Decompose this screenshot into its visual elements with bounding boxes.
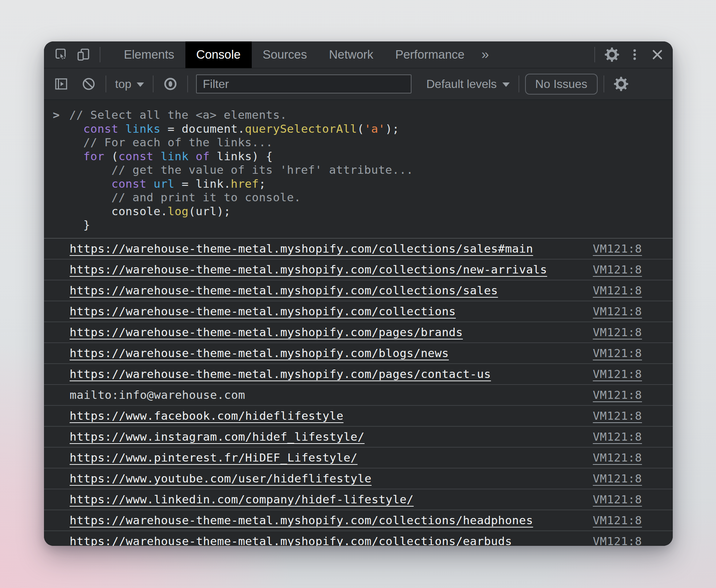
devtools-window: ElementsConsoleSourcesNetworkPerformance… — [44, 41, 673, 546]
logged-url-link[interactable]: https://www.linkedin.com/company/hidef-l… — [70, 493, 414, 506]
console-sidebar-icon — [55, 77, 69, 91]
settings-gear-icon — [605, 47, 619, 62]
console-settings-button[interactable] — [610, 70, 632, 98]
filter-input[interactable] — [196, 74, 411, 93]
log-source-link[interactable]: VM121:8 — [578, 534, 642, 546]
logged-url-link[interactable]: https://warehouse-theme-metal.myshopify.… — [70, 514, 533, 527]
logged-url-link[interactable]: https://www.instagram.com/hidef_lifestyl… — [70, 430, 365, 443]
devtools-settings-button[interactable] — [600, 41, 624, 68]
inspect-icon — [55, 48, 69, 62]
chevron-down-icon — [502, 82, 510, 87]
console-output: > // Select all the <a> elements. const … — [44, 100, 673, 546]
log-row: https://www.instagram.com/hidef_lifestyl… — [44, 427, 673, 448]
log-source-link[interactable]: VM121:8 — [578, 346, 642, 360]
code-line: // Select all the <a> elements. — [69, 108, 658, 122]
log-source-link[interactable]: VM121:8 — [578, 242, 642, 255]
logged-url-link[interactable]: https://warehouse-theme-metal.myshopify.… — [70, 263, 547, 276]
divider — [106, 76, 106, 92]
chevron-down-icon — [137, 82, 144, 87]
execution-context-selector[interactable]: top — [112, 77, 147, 91]
console-sidebar-button[interactable] — [51, 70, 73, 98]
logged-url-link[interactable]: https://warehouse-theme-metal.myshopify.… — [70, 367, 491, 381]
logged-url-link[interactable]: https://warehouse-theme-metal.myshopify.… — [70, 284, 498, 297]
tab-network[interactable]: Network — [318, 41, 384, 68]
devtools-tabbar: ElementsConsoleSourcesNetworkPerformance… — [44, 41, 673, 69]
log-row: https://warehouse-theme-metal.myshopify.… — [44, 280, 673, 301]
log-levels-dropdown[interactable]: Default levels — [423, 77, 512, 91]
divider — [594, 47, 595, 62]
clear-console-icon — [81, 77, 96, 91]
code-line: const links = document.querySelectorAll(… — [69, 122, 658, 136]
log-row: https://warehouse-theme-metal.myshopify.… — [44, 343, 673, 364]
live-expression-button[interactable] — [159, 70, 181, 98]
logged-url-link[interactable]: https://warehouse-theme-metal.myshopify.… — [70, 346, 449, 360]
log-source-link[interactable]: VM121:8 — [578, 409, 642, 422]
log-source-link[interactable]: VM121:8 — [578, 305, 642, 318]
code-line: // and print it to console. — [69, 191, 658, 205]
log-source-link[interactable]: VM121:8 — [578, 430, 642, 443]
device-toolbar-icon — [77, 48, 91, 62]
console-toolbar: top Default levels No Issues — [44, 69, 673, 100]
inspect-element-button[interactable] — [51, 41, 73, 68]
log-row: https://warehouse-theme-metal.myshopify.… — [44, 260, 673, 280]
tab-performance[interactable]: Performance — [384, 41, 476, 68]
close-devtools-button[interactable] — [646, 41, 669, 68]
context-label: top — [115, 77, 131, 91]
code-line: } — [69, 218, 658, 232]
eye-icon — [163, 77, 178, 91]
log-source-link[interactable]: VM121:8 — [578, 284, 642, 297]
log-row: https://warehouse-theme-metal.myshopify.… — [44, 364, 673, 385]
console-input-entry[interactable]: > // Select all the <a> elements. const … — [44, 100, 673, 239]
device-toolbar-button[interactable] — [73, 41, 95, 68]
log-row: mailto:info@warehouse.comVM121:8 — [44, 385, 673, 406]
log-row: https://warehouse-theme-metal.myshopify.… — [44, 322, 673, 343]
logged-url-link[interactable]: https://www.youtube.com/user/hideflifest… — [70, 472, 372, 485]
log-source-link[interactable]: VM121:8 — [578, 472, 642, 485]
log-row: https://www.linkedin.com/company/hidef-l… — [44, 489, 673, 510]
settings-gear-icon — [614, 77, 628, 91]
log-source-link[interactable]: VM121:8 — [578, 451, 642, 464]
close-icon — [650, 48, 664, 62]
log-source-link[interactable]: VM121:8 — [578, 514, 642, 527]
logged-url-link[interactable]: https://www.facebook.com/hideflifestyle — [70, 409, 343, 422]
divider — [604, 76, 604, 92]
logged-url-link[interactable]: https://warehouse-theme-metal.myshopify.… — [70, 534, 512, 546]
kebab-menu-icon — [628, 48, 641, 61]
devtools-menu-button[interactable] — [624, 41, 646, 68]
console-prompt-chevron: > — [53, 108, 60, 122]
logged-url-link[interactable]: https://warehouse-theme-metal.myshopify.… — [70, 305, 456, 318]
log-source-link[interactable]: VM121:8 — [578, 326, 642, 339]
log-row: https://warehouse-theme-metal.myshopify.… — [44, 531, 673, 546]
levels-label: Default levels — [426, 77, 497, 91]
logged-text: mailto:info@warehouse.com — [70, 388, 245, 401]
log-source-link[interactable]: VM121:8 — [578, 367, 642, 381]
code-line: // get the value of its 'href' attribute… — [69, 163, 658, 177]
logged-url-link[interactable]: https://warehouse-theme-metal.myshopify.… — [70, 326, 463, 339]
log-source-link[interactable]: VM121:8 — [578, 388, 642, 401]
log-source-link[interactable]: VM121:8 — [578, 263, 642, 276]
log-row: https://www.youtube.com/user/hideflifest… — [44, 468, 673, 489]
clear-console-button[interactable] — [78, 70, 100, 98]
logged-url-link[interactable]: https://www.pinterest.fr/HiDEF_Lifestyle… — [70, 451, 358, 464]
code-line: console.log(url); — [69, 205, 658, 218]
divider — [153, 76, 154, 92]
log-row: https://warehouse-theme-metal.myshopify.… — [44, 239, 673, 260]
console-code: // Select all the <a> elements. const li… — [69, 108, 658, 232]
logged-url-link[interactable]: https://warehouse-theme-metal.myshopify.… — [70, 242, 533, 255]
code-line: // For each of the links... — [69, 136, 658, 150]
log-row: https://warehouse-theme-metal.myshopify.… — [44, 510, 673, 531]
more-tabs-button[interactable]: » — [476, 47, 495, 62]
tab-elements[interactable]: Elements — [113, 41, 185, 68]
divider — [100, 47, 100, 62]
tab-console[interactable]: Console — [185, 41, 252, 68]
code-line: for (const link of links) { — [69, 150, 658, 163]
console-log-list: https://warehouse-theme-metal.myshopify.… — [44, 239, 673, 546]
tab-sources[interactable]: Sources — [252, 41, 318, 68]
log-source-link[interactable]: VM121:8 — [578, 493, 642, 506]
no-issues-button[interactable]: No Issues — [525, 74, 598, 95]
code-line: const url = link.href; — [69, 177, 658, 191]
log-row: https://warehouse-theme-metal.myshopify.… — [44, 301, 673, 322]
log-row: https://www.facebook.com/hideflifestyleV… — [44, 406, 673, 427]
tab-strip: ElementsConsoleSourcesNetworkPerformance — [113, 41, 476, 68]
log-row: https://www.pinterest.fr/HiDEF_Lifestyle… — [44, 448, 673, 468]
